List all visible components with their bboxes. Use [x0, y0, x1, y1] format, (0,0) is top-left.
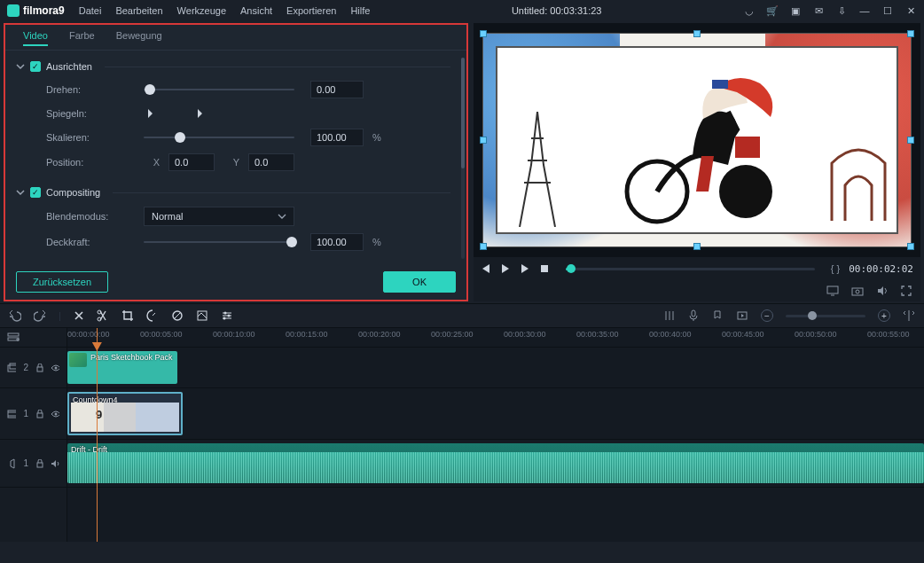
- resize-handle[interactable]: [480, 137, 487, 144]
- preview-viewport[interactable]: [474, 23, 920, 257]
- color-icon[interactable]: [171, 309, 184, 322]
- tab-video[interactable]: Video: [23, 30, 48, 46]
- clip-video[interactable]: Countdown4: [67, 392, 183, 435]
- voiceover-icon[interactable]: [688, 309, 699, 322]
- track-manage-icon[interactable]: [0, 328, 67, 348]
- align-checkbox[interactable]: ✓: [30, 61, 41, 72]
- track-audio[interactable]: Drift - Drift: [67, 440, 924, 488]
- clip-overlay[interactable]: Paris Sketchbook Pack: [67, 351, 177, 384]
- track-head-video[interactable]: 1: [0, 388, 67, 440]
- app-name: filmora9: [23, 4, 65, 17]
- resize-handle[interactable]: [907, 30, 914, 37]
- close-icon[interactable]: ✕: [904, 5, 917, 17]
- adjust-icon[interactable]: [221, 309, 233, 322]
- save-icon[interactable]: ▣: [789, 5, 802, 17]
- opacity-input[interactable]: [310, 233, 364, 251]
- zoom-out-icon[interactable]: −: [761, 309, 773, 322]
- maximize-icon[interactable]: ☐: [881, 5, 894, 17]
- section-comp-head[interactable]: ✓ Compositing: [16, 187, 450, 198]
- lock-icon[interactable]: [35, 410, 43, 418]
- zoom-in-icon[interactable]: +: [878, 309, 890, 322]
- minimize-icon[interactable]: —: [858, 5, 871, 16]
- account-icon[interactable]: ◡: [743, 5, 756, 17]
- undo-icon[interactable]: [9, 309, 21, 322]
- preview-controls-2: [474, 280, 920, 301]
- menu-help[interactable]: Hilfe: [350, 5, 370, 16]
- row-position: Position: X Y: [46, 153, 450, 171]
- notify-icon[interactable]: ⇩: [835, 5, 848, 17]
- tab-color[interactable]: Farbe: [69, 30, 95, 46]
- menu-export[interactable]: Exportieren: [286, 5, 336, 16]
- resize-handle[interactable]: [693, 243, 701, 250]
- timeline-tracks[interactable]: 00:00:00:0000:00:05:0000:00:10:0000:00:1…: [67, 328, 924, 542]
- lock-icon[interactable]: [35, 364, 43, 372]
- tab-motion[interactable]: Bewegung: [116, 30, 162, 46]
- cart-icon[interactable]: 🛒: [766, 5, 779, 17]
- snapshot-icon[interactable]: [851, 285, 864, 296]
- scale-slider[interactable]: [144, 137, 294, 138]
- pos-x-input[interactable]: [168, 153, 215, 171]
- track-head-overlay[interactable]: 2: [0, 348, 67, 388]
- opacity-slider[interactable]: [144, 241, 294, 243]
- zoom-slider[interactable]: [786, 315, 865, 317]
- svg-point-13: [227, 315, 230, 317]
- track-head-audio[interactable]: 1: [0, 440, 67, 488]
- message-icon[interactable]: ✉: [812, 5, 825, 17]
- playhead[interactable]: [97, 328, 98, 542]
- marker-icon[interactable]: [711, 309, 724, 322]
- ok-button[interactable]: OK: [383, 271, 456, 293]
- fullscreen-icon[interactable]: [901, 285, 912, 296]
- blend-select[interactable]: Normal: [144, 207, 294, 226]
- app-logo: filmora9: [7, 4, 65, 17]
- greenscreen-icon[interactable]: [196, 309, 208, 322]
- speaker-icon[interactable]: [51, 459, 59, 468]
- menu-view[interactable]: Ansicht: [240, 5, 272, 16]
- track-overlay[interactable]: Paris Sketchbook Pack: [67, 348, 924, 388]
- resize-handle[interactable]: [480, 243, 487, 250]
- mirror-vertical-icon[interactable]: [192, 106, 213, 121]
- stop-icon[interactable]: [539, 263, 550, 274]
- braces-icon[interactable]: { }: [831, 263, 840, 274]
- pos-y-input[interactable]: [248, 153, 294, 171]
- display-icon[interactable]: [826, 285, 839, 296]
- zoom-fit-icon[interactable]: [903, 309, 915, 322]
- resize-handle[interactable]: [907, 137, 914, 144]
- track-video[interactable]: Countdown4: [67, 388, 924, 440]
- preview-progress[interactable]: [566, 268, 815, 270]
- reset-button[interactable]: Zurücksetzen: [16, 271, 108, 293]
- volume-icon[interactable]: [876, 285, 889, 296]
- delete-icon[interactable]: [74, 310, 84, 321]
- resize-handle[interactable]: [907, 243, 914, 250]
- menu-file[interactable]: Datei: [79, 5, 102, 16]
- prev-frame-icon[interactable]: [481, 263, 491, 274]
- resize-handle[interactable]: [693, 30, 701, 37]
- timeline-ruler[interactable]: 00:00:00:0000:00:05:0000:00:10:0000:00:1…: [67, 328, 924, 348]
- timeline: 2 1 1 00:00:00:0000:00:05:0000:00:10:000…: [0, 328, 924, 542]
- rotate-slider[interactable]: [144, 89, 294, 90]
- redo-icon[interactable]: [34, 309, 46, 322]
- menu-tools[interactable]: Werkzeuge: [177, 5, 226, 16]
- comp-checkbox[interactable]: ✓: [30, 187, 41, 198]
- mirror-horizontal-icon[interactable]: [144, 106, 165, 121]
- section-comp-title: Compositing: [46, 187, 100, 198]
- eye-icon[interactable]: [51, 364, 59, 372]
- resize-handle[interactable]: [480, 30, 487, 37]
- section-align-head[interactable]: ✓ Ausrichten: [16, 61, 450, 72]
- panel-scrollbar[interactable]: [461, 58, 465, 259]
- render-icon[interactable]: [736, 309, 748, 322]
- play-icon[interactable]: [500, 263, 511, 274]
- blend-label: Blendemodus:: [46, 211, 135, 222]
- split-icon[interactable]: [97, 309, 109, 322]
- svg-rect-20: [10, 364, 16, 369]
- preview-canvas[interactable]: [482, 33, 912, 248]
- crop-icon[interactable]: [121, 309, 134, 322]
- scale-input[interactable]: [310, 129, 364, 146]
- lock-icon[interactable]: [35, 459, 43, 468]
- rotate-input[interactable]: [310, 81, 364, 98]
- mixer-icon[interactable]: [663, 309, 676, 322]
- next-frame-icon[interactable]: [520, 263, 530, 274]
- speed-icon[interactable]: [146, 309, 159, 322]
- eye-icon[interactable]: [51, 410, 59, 418]
- clip-audio[interactable]: Drift - Drift: [67, 443, 924, 483]
- menu-edit[interactable]: Bearbeiten: [115, 5, 162, 16]
